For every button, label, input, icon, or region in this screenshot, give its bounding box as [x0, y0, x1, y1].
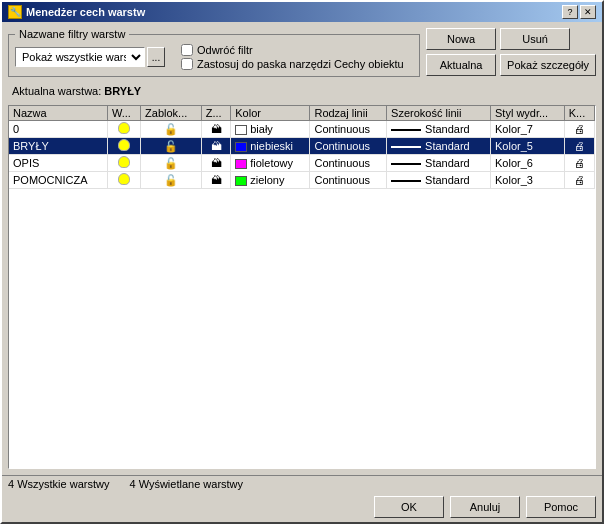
- cell-name: POMOCNICZA: [9, 172, 107, 189]
- active-layer-label: Aktualna warstwa:: [12, 85, 101, 97]
- color-label: biały: [250, 123, 273, 135]
- title-bar: 🔧 Menedżer cech warstw ? ✕: [2, 2, 602, 22]
- line-weight-sample: [391, 163, 421, 165]
- cell-color[interactable]: biały: [231, 121, 310, 138]
- new-delete-row: Nowa Usuń: [426, 28, 596, 50]
- cell-linetype[interactable]: Continuous: [310, 172, 387, 189]
- freeze-icon: 🏔: [211, 157, 222, 169]
- cell-locked[interactable]: 🔓: [141, 138, 202, 155]
- cell-frozen[interactable]: 🏔: [201, 121, 231, 138]
- active-layer-bar: Aktualna warstwa: BRYŁY: [8, 83, 596, 99]
- cell-linetype[interactable]: Continuous: [310, 155, 387, 172]
- printer-icon: 🖨: [574, 140, 585, 152]
- filter-legend: Nazwane filtry warstw: [15, 28, 129, 40]
- cell-visible[interactable]: [107, 138, 140, 155]
- filter-select-wrapper: Pokaż wszystkie warstwy ...: [15, 47, 165, 67]
- apply-filter-checkbox[interactable]: [181, 58, 193, 70]
- lineweight-label: Standard: [425, 140, 470, 152]
- cell-name: OPIS: [9, 155, 107, 172]
- cell-color[interactable]: niebieski: [231, 138, 310, 155]
- filter-select[interactable]: Pokaż wszystkie warstwy: [15, 47, 145, 67]
- cell-plot-style[interactable]: Kolor_7: [490, 121, 564, 138]
- col-linetype[interactable]: Rodzaj linii: [310, 106, 387, 121]
- printer-icon: 🖨: [574, 174, 585, 186]
- printer-icon: 🖨: [574, 157, 585, 169]
- cell-lineweight[interactable]: Standard: [387, 155, 491, 172]
- details-button[interactable]: Pokaż szczegóły: [500, 54, 596, 76]
- cell-linetype[interactable]: Continuous: [310, 121, 387, 138]
- close-title-button[interactable]: ✕: [580, 5, 596, 19]
- lock-icon: 🔓: [164, 157, 178, 169]
- cell-linetype[interactable]: Continuous: [310, 138, 387, 155]
- bulb-icon: [118, 139, 130, 151]
- top-left: Nazwane filtry warstw Pokaż wszystkie wa…: [8, 28, 420, 77]
- col-visible[interactable]: W...: [107, 106, 140, 121]
- table-row[interactable]: BRYŁY🔓🏔niebieskiContinuousStandardKolor_…: [9, 138, 595, 155]
- cell-plot[interactable]: 🖨: [564, 138, 594, 155]
- cell-visible[interactable]: [107, 121, 140, 138]
- col-name[interactable]: Nazwa: [9, 106, 107, 121]
- col-plotstyle[interactable]: Styl wydr...: [490, 106, 564, 121]
- lock-icon: 🔓: [164, 140, 178, 152]
- current-button[interactable]: Aktualna: [426, 54, 496, 76]
- current-details-row: Aktualna Pokaż szczegóły: [426, 54, 596, 76]
- col-frozen[interactable]: Z...: [201, 106, 231, 121]
- title-buttons: ? ✕: [562, 5, 596, 19]
- help-button[interactable]: Pomoc: [526, 496, 596, 518]
- col-lineweight[interactable]: Szerokość linii: [387, 106, 491, 121]
- table-row[interactable]: OPIS🔓🏔fioletowyContinuousStandardKolor_6…: [9, 155, 595, 172]
- line-weight-sample: [391, 146, 421, 148]
- cell-plot-style[interactable]: Kolor_3: [490, 172, 564, 189]
- checkboxes: Odwróć filtr Zastosuj do paska narzędzi …: [181, 44, 404, 70]
- cell-locked[interactable]: 🔓: [141, 155, 202, 172]
- line-weight-sample: [391, 129, 421, 131]
- all-layers-count: 4 Wszystkie warstwy: [8, 478, 109, 490]
- cell-name: 0: [9, 121, 107, 138]
- cell-frozen[interactable]: 🏔: [201, 138, 231, 155]
- help-title-button[interactable]: ?: [562, 5, 578, 19]
- cell-locked[interactable]: 🔓: [141, 172, 202, 189]
- cell-locked[interactable]: 🔓: [141, 121, 202, 138]
- col-plot[interactable]: K...: [564, 106, 594, 121]
- lineweight-label: Standard: [425, 157, 470, 169]
- freeze-icon: 🏔: [211, 174, 222, 186]
- cell-lineweight[interactable]: Standard: [387, 172, 491, 189]
- bulb-icon: [118, 122, 130, 134]
- ok-button[interactable]: OK: [374, 496, 444, 518]
- lineweight-label: Standard: [425, 174, 470, 186]
- table-row[interactable]: 0🔓🏔białyContinuousStandardKolor_7🖨: [9, 121, 595, 138]
- cell-color[interactable]: zielony: [231, 172, 310, 189]
- cell-color[interactable]: fioletowy: [231, 155, 310, 172]
- table-body: 0🔓🏔białyContinuousStandardKolor_7🖨BRYŁY🔓…: [9, 121, 595, 189]
- new-button[interactable]: Nowa: [426, 28, 496, 50]
- filter-fieldset: Nazwane filtry warstw Pokaż wszystkie wa…: [8, 28, 420, 77]
- freeze-icon: 🏔: [211, 123, 222, 135]
- filter-row: Pokaż wszystkie warstwy ... Odwróć filtr: [15, 44, 413, 70]
- top-controls: Nazwane filtry warstw Pokaż wszystkie wa…: [8, 28, 596, 77]
- delete-button[interactable]: Usuń: [500, 28, 570, 50]
- active-layer-value: BRYŁY: [104, 85, 141, 97]
- window-icon: 🔧: [8, 5, 22, 19]
- filter-browse-button[interactable]: ...: [147, 47, 165, 67]
- invert-filter-checkbox[interactable]: [181, 44, 193, 56]
- color-label: niebieski: [250, 140, 293, 152]
- cell-plot[interactable]: 🖨: [564, 121, 594, 138]
- cell-lineweight[interactable]: Standard: [387, 138, 491, 155]
- cell-plot-style[interactable]: Kolor_6: [490, 155, 564, 172]
- bulb-icon: [118, 173, 130, 185]
- cell-plot-style[interactable]: Kolor_5: [490, 138, 564, 155]
- cell-lineweight[interactable]: Standard: [387, 121, 491, 138]
- cell-name: BRYŁY: [9, 138, 107, 155]
- col-color[interactable]: Kolor: [231, 106, 310, 121]
- cell-frozen[interactable]: 🏔: [201, 172, 231, 189]
- cancel-button[interactable]: Anuluj: [450, 496, 520, 518]
- cell-visible[interactable]: [107, 155, 140, 172]
- cell-plot[interactable]: 🖨: [564, 155, 594, 172]
- table-row[interactable]: POMOCNICZA🔓🏔zielonyContinuousStandardKol…: [9, 172, 595, 189]
- cell-frozen[interactable]: 🏔: [201, 155, 231, 172]
- lock-icon: 🔓: [164, 174, 178, 186]
- col-locked[interactable]: Zablok...: [141, 106, 202, 121]
- cell-visible[interactable]: [107, 172, 140, 189]
- cell-plot[interactable]: 🖨: [564, 172, 594, 189]
- table-header: Nazwa W... Zablok... Z... Kolor Rodzaj l…: [9, 106, 595, 121]
